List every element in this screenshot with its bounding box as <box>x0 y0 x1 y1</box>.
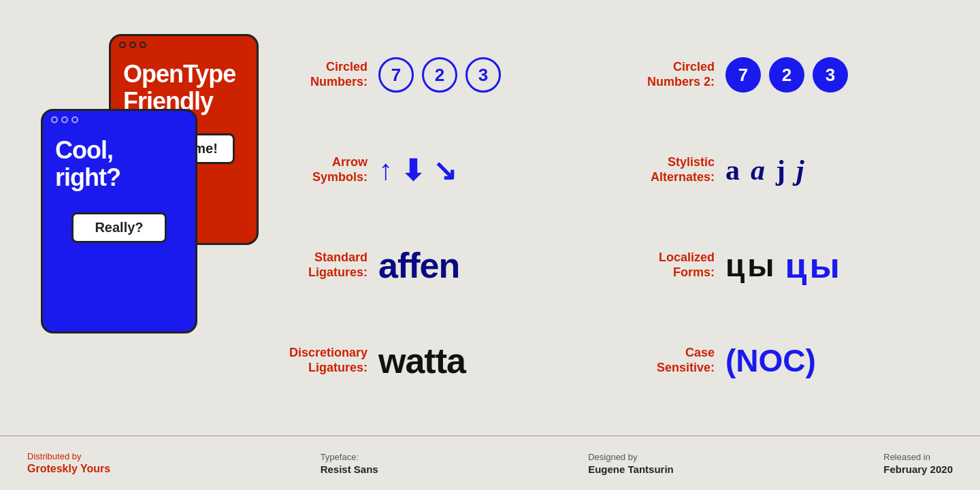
typeface-label: Typeface: <box>321 452 378 462</box>
main-content: OpenType Friendly Awesome! Cool, right? … <box>0 0 980 436</box>
phone-front-titlebar <box>43 111 195 129</box>
standard-ligatures-label: StandardLigatures: <box>272 250 368 280</box>
phone-front-title: Cool, right? <box>55 136 120 191</box>
footer: Distributed by Groteskly Yours Typeface:… <box>0 436 980 490</box>
localized-cyrillic-black: цы <box>725 247 777 284</box>
localized-forms-value: цы цы <box>725 245 843 286</box>
feature-standard-ligatures: StandardLigatures: affen <box>259 218 606 313</box>
arrow-symbols-label: ArrowSymbols: <box>272 155 368 184</box>
phone-front-content: Cool, right? <box>43 129 195 199</box>
phone-front: Cool, right? Really? <box>41 109 197 333</box>
circled-numbers-2-value: 7 2 3 <box>725 57 848 93</box>
circle-outline-7: 7 <box>378 57 414 93</box>
dot-1 <box>119 42 126 48</box>
stylistic-alternates-value: a a j j <box>725 154 807 186</box>
footer-designer: Designed by Eugene Tantsurin <box>588 452 674 475</box>
stylistic-a-normal: a <box>725 154 742 186</box>
feature-circled-numbers-2: CircledNumbers 2: 7 2 3 <box>606 27 953 122</box>
footer-released: Released in February 2020 <box>883 452 953 475</box>
stylistic-j-alt: j <box>796 154 807 186</box>
arrow-symbols-value: ↑ ⬇ ↘ <box>378 154 457 187</box>
circled-numbers-2-label: CircledNumbers 2: <box>619 60 715 89</box>
phone-back-titlebar <box>111 36 257 54</box>
case-sensitive-value: (NOC) <box>725 342 816 379</box>
stylistic-alternates-label: StylisticAlternates: <box>619 155 715 184</box>
circled-numbers-label: CircledNumbers: <box>272 60 368 89</box>
feature-discretionary-ligatures: DiscretionaryLigatures: watta <box>259 313 606 408</box>
arrow-up-icon: ↑ <box>378 154 393 186</box>
dot-5 <box>61 116 68 123</box>
designed-value: Eugene Tantsurin <box>588 463 674 475</box>
case-sensitive-text: (NOC) <box>725 342 816 379</box>
arrow-diagonal-icon: ↘ <box>433 154 457 187</box>
feature-localized-forms: LocalizedForms: цы цы <box>606 218 953 313</box>
typeface-value: Resist Sans <box>321 463 378 475</box>
stylistic-a-alt: a <box>751 154 768 186</box>
arrow-down-icon: ⬇ <box>401 154 425 187</box>
released-label: Released in <box>883 452 953 462</box>
localized-cyrillic-blue: цы <box>785 245 843 286</box>
discretionary-ligature-text: watta <box>378 340 466 381</box>
circle-outline-3: 3 <box>466 57 501 93</box>
circle-filled-3: 3 <box>813 57 848 93</box>
features-grid: CircledNumbers: 7 2 3 CircledNumbers 2: … <box>259 20 953 415</box>
footer-typeface: Typeface: Resist Sans <box>321 452 378 475</box>
circle-outline-2: 2 <box>422 57 457 93</box>
dot-2 <box>129 42 136 48</box>
phones-area: OpenType Friendly Awesome! Cool, right? … <box>27 20 245 415</box>
discretionary-ligatures-label: DiscretionaryLigatures: <box>272 346 368 375</box>
stylistic-j-normal: j <box>776 154 788 186</box>
dot-6 <box>71 116 78 123</box>
circled-numbers-value: 7 2 3 <box>378 57 501 93</box>
feature-arrow-symbols: ArrowSymbols: ↑ ⬇ ↘ <box>259 122 606 218</box>
feature-stylistic-alternates: StylisticAlternates: a a j j <box>606 122 953 218</box>
dot-3 <box>140 42 146 48</box>
case-sensitive-label: CaseSensitive: <box>619 346 715 375</box>
standard-ligatures-value: affen <box>378 245 459 286</box>
circle-filled-7: 7 <box>725 57 761 93</box>
standard-ligature-text: affen <box>378 245 459 286</box>
released-value: February 2020 <box>883 463 953 475</box>
circle-filled-2: 2 <box>769 57 804 93</box>
phone-back-title: OpenType Friendly <box>123 60 235 115</box>
feature-circled-numbers: CircledNumbers: 7 2 3 <box>259 27 606 122</box>
footer-distributed: Distributed by Groteskly Yours <box>27 451 110 475</box>
designed-label: Designed by <box>588 452 674 462</box>
phone-front-button: Really? <box>71 212 167 243</box>
distributed-label: Distributed by <box>27 451 110 461</box>
localized-forms-label: LocalizedForms: <box>619 250 715 280</box>
feature-case-sensitive: CaseSensitive: (NOC) <box>606 313 953 408</box>
dot-4 <box>51 116 58 123</box>
discretionary-ligatures-value: watta <box>378 340 466 381</box>
distributed-value: Groteskly Yours <box>27 463 110 475</box>
